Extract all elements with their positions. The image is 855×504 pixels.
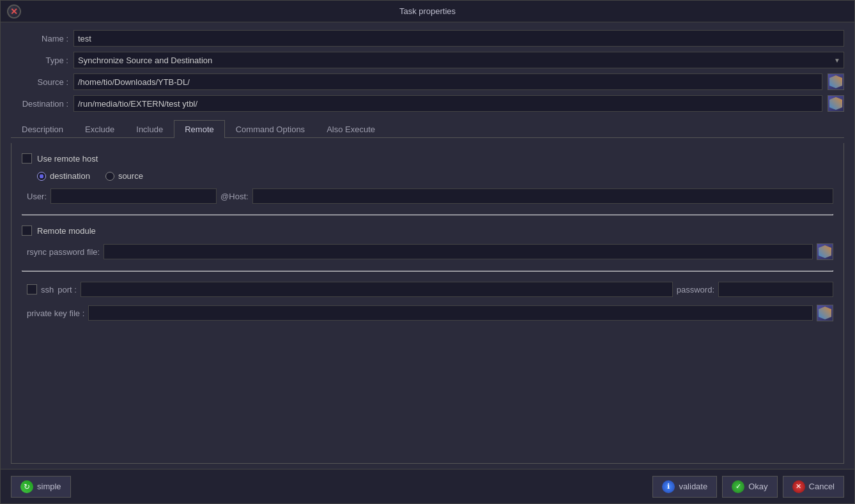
private-key-browse-button[interactable] [817,305,833,321]
use-remote-host-row: Use remote host [22,153,833,164]
private-key-row: private key file : [27,305,833,321]
tabs-bar: Description Exclude Include Remote Comma… [11,119,844,138]
tab-remote[interactable]: Remote [174,120,225,138]
footer-left: ↻ simple [11,476,71,498]
password-label: password: [677,285,714,294]
simple-button[interactable]: ↻ simple [11,476,71,498]
cancel-icon: ✕ [792,480,805,493]
main-window: ✕ Task properties Name : Type : Synchron… [0,0,855,504]
rsync-password-browse-icon [819,245,831,258]
use-remote-host-checkbox[interactable] [22,153,32,164]
okay-button[interactable]: ✓ Okay [722,476,777,498]
rsync-password-browse-button[interactable] [817,243,833,260]
ssh-checkbox[interactable] [27,284,37,294]
footer: ↻ simple ℹ validate ✓ Okay ✕ Cancel [1,469,854,503]
name-row: Name : [11,30,844,47]
validate-icon: ℹ [662,480,675,493]
simple-icon: ↻ [20,480,33,493]
ssh-label: ssh [41,285,54,294]
type-select-wrapper: Synchronize Source and Destination Copy … [73,52,844,68]
private-key-input[interactable] [88,305,813,321]
ok-icon: ✓ [732,480,744,493]
source-row: Source : [11,73,844,90]
rsync-password-row: rsync password file: [27,243,833,260]
destination-label: Destination : [11,99,68,109]
rsync-password-label: rsync password file: [27,247,100,257]
port-input[interactable] [81,282,673,297]
remote-direction-group: destination source [37,171,833,181]
tab-command-options[interactable]: Command Options [225,120,316,138]
use-remote-host-label: Use remote host [37,154,98,164]
radio-source-label: source [118,171,143,181]
password-input[interactable] [718,282,833,297]
type-row: Type : Synchronize Source and Destinatio… [11,52,844,68]
name-input[interactable] [73,30,844,47]
destination-row: Destination : [11,95,844,112]
ssh-row: ssh port : password: [27,282,833,297]
validate-label: validate [679,482,707,491]
user-input[interactable] [50,188,217,204]
source-browse-button[interactable] [828,73,844,90]
destination-browse-button[interactable] [828,95,844,112]
host-label: @Host: [220,192,249,201]
user-host-row: User: @Host: [27,188,833,204]
radio-source-btn [105,172,114,181]
close-button[interactable]: ✕ [7,4,21,19]
radio-destination[interactable]: destination [37,171,90,181]
user-label: User: [27,192,47,201]
remote-section: Use remote host destination source [22,153,833,321]
cancel-button[interactable]: ✕ Cancel [783,476,844,498]
window-title: Task properties [399,6,456,16]
tab-also-execute[interactable]: Also Execute [316,120,386,138]
simple-label: simple [37,482,61,491]
rsync-password-input[interactable] [104,244,813,259]
validate-button[interactable]: ℹ validate [652,476,717,498]
source-browse-icon [829,75,842,88]
radio-destination-label: destination [50,171,90,181]
destination-input[interactable] [73,95,822,112]
remote-module-row: Remote module [22,225,833,236]
tab-exclude[interactable]: Exclude [74,120,125,138]
okay-label: Okay [748,482,767,491]
destination-browse-icon [829,97,842,110]
separator-2 [22,270,833,271]
type-label: Type : [11,56,68,65]
tab-include[interactable]: Include [125,120,174,138]
radio-destination-btn [37,172,46,181]
tab-description[interactable]: Description [11,120,74,138]
main-content: Name : Type : Synchronize Source and Des… [1,22,854,469]
host-input[interactable] [252,188,833,204]
port-label: port : [58,285,77,294]
footer-right: ℹ validate ✓ Okay ✕ Cancel [652,476,844,498]
name-label: Name : [11,34,68,43]
source-label: Source : [11,77,68,87]
private-key-label: private key file : [27,309,84,318]
remote-module-label: Remote module [37,226,96,236]
tab-content-remote: Use remote host destination source [11,143,844,464]
cancel-label: Cancel [809,482,835,491]
source-input[interactable] [73,73,822,90]
titlebar: ✕ Task properties [1,1,854,22]
radio-source[interactable]: source [105,171,143,181]
remote-module-checkbox[interactable] [22,225,32,236]
separator-1 [22,214,833,215]
type-select[interactable]: Synchronize Source and Destination Copy … [73,52,844,68]
private-key-browse-icon [819,307,831,319]
